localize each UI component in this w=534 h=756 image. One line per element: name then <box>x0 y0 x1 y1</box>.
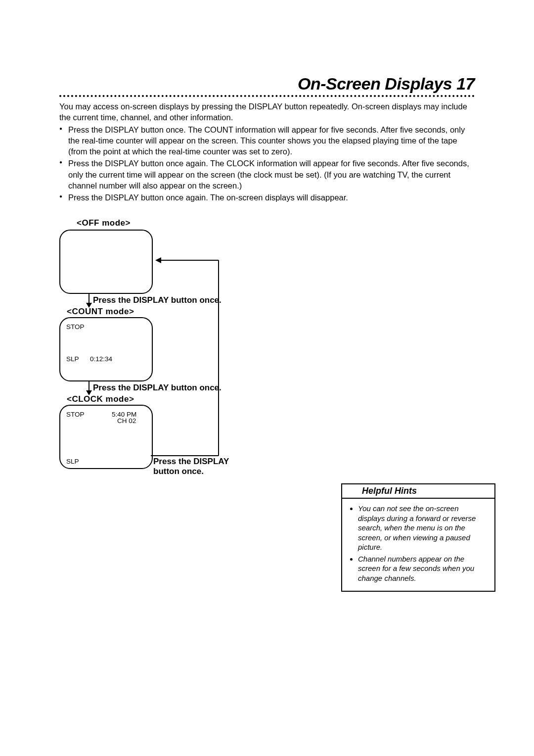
bullet-item: Press the DISPLAY button once again. The… <box>68 158 475 191</box>
bullet-item: Press the DISPLAY button once again. The… <box>68 192 475 203</box>
loop-arrow-icon <box>59 218 257 495</box>
intro-text: You may access on-screen displays by pre… <box>59 101 475 123</box>
hints-title: Helpful Hints <box>362 486 417 496</box>
hint-item: You can not see the on-screen displays d… <box>358 504 487 552</box>
svg-marker-7 <box>155 257 161 263</box>
helpful-hints-box: Helpful Hints You can not see the on-scr… <box>341 483 495 592</box>
hint-item: Channel numbers appear on the screen for… <box>358 554 487 583</box>
bullet-item: Press the DISPLAY button once. The COUNT… <box>68 124 475 157</box>
page-title: On-Screen Displays 17 <box>59 74 475 94</box>
divider <box>59 95 475 97</box>
mode-diagram: <OFF mode> Press the DISPLAY button once… <box>59 218 336 515</box>
bullet-list: Press the DISPLAY button once. The COUNT… <box>59 124 475 203</box>
